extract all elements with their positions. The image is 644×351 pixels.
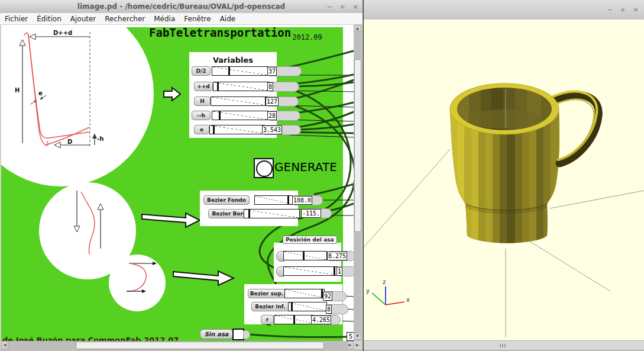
slider-knob[interactable]: [291, 302, 293, 311]
bezier-fondo-button[interactable]: Bezier Fondo: [203, 195, 250, 205]
slider-knob[interactable]: [287, 196, 289, 204]
pd-titlebar[interactable]: limage.pd - /home/cedric/Bureau/OVAL/pd-…: [0, 0, 363, 14]
credit-comment: de José Buzón para CommonFab 2012.07: [2, 336, 179, 341]
bezier-panel: Bezier Fondo Bezier Borde: [200, 191, 298, 226]
number-value: 108.0: [292, 196, 312, 205]
var-slider-h[interactable]: [211, 96, 268, 106]
scad-bottom-scrollbar[interactable]: [364, 340, 644, 350]
asa-slider1[interactable]: [283, 251, 327, 260]
number-value: 127: [266, 97, 279, 106]
patch-version: 2012.09: [292, 33, 322, 41]
ccurve-diagram-circle: [109, 255, 166, 311]
scroll-left-icon[interactable]: ◀: [1, 341, 8, 349]
number-value: 3.543: [262, 125, 282, 134]
scrollbar-corner-icon[interactable]: ▶: [354, 341, 361, 349]
pd-horizontal-scrollbar[interactable]: ◀ ▶: [1, 341, 354, 349]
maximize-icon[interactable]: +: [339, 3, 346, 11]
slider-knob[interactable]: [293, 315, 295, 324]
bezier-sup-slider[interactable]: [284, 289, 325, 298]
asa-panel: [274, 243, 341, 282]
slider-knob[interactable]: [219, 111, 221, 120]
number-value: 92: [323, 292, 332, 301]
pd-vertical-scrollbar[interactable]: ▲ ▼: [354, 25, 361, 341]
bezier-inf-slider[interactable]: [288, 302, 327, 311]
var-slider-dd[interactable]: [213, 82, 270, 91]
patch-heading-text: FabTeletransportation: [149, 26, 291, 39]
pd-window-controls: − + ×: [326, 0, 359, 13]
number-value: 28: [267, 111, 277, 120]
var-slider-e[interactable]: [209, 125, 267, 134]
slider-knob[interactable]: [228, 67, 230, 75]
scroll-down-icon[interactable]: ▼: [354, 333, 361, 340]
bezier-borde-slider[interactable]: [244, 209, 300, 218]
dim-label-d: D: [67, 139, 72, 145]
menu-aide[interactable]: Aide: [220, 15, 236, 23]
z-axis-label: z: [383, 279, 386, 285]
close-icon[interactable]: ×: [352, 3, 359, 11]
asa-panel-title: Posición del asa: [283, 236, 337, 244]
pd-menubar: Fichier Édition Ajouter Rechercher Média…: [0, 13, 363, 25]
number-value: 8: [326, 305, 332, 314]
menu-rechercher[interactable]: Rechercher: [105, 15, 145, 23]
menu-media[interactable]: Média: [154, 15, 175, 23]
slider-knob[interactable]: [334, 267, 335, 275]
dim-label-e: e: [38, 90, 43, 96]
y-axis-label: y: [366, 288, 370, 294]
slider-knob[interactable]: [248, 210, 250, 218]
bang-circle-icon: [256, 160, 273, 177]
generate-bang[interactable]: [254, 158, 274, 178]
var-slider-minus-h[interactable]: [212, 111, 268, 120]
patch-heading: FabTeletransportation2012.09: [149, 26, 321, 39]
menu-fenetre[interactable]: Fenêtre: [184, 15, 211, 23]
var-label-h[interactable]: H: [194, 96, 211, 106]
number-value: 8: [267, 82, 273, 91]
pd-vscroll-thumb[interactable]: [354, 59, 361, 232]
var-slider-d2[interactable]: [212, 66, 268, 76]
corner-number-box[interactable]: 5: [347, 332, 354, 341]
desktop: limage.pd - /home/cedric/Bureau/OVAL/pd-…: [0, 0, 644, 351]
scroll-right-icon[interactable]: ▶: [347, 341, 354, 349]
scad-window-controls: − + ×: [606, 3, 639, 16]
close-icon[interactable]: ×: [632, 6, 639, 14]
generate-label: GENERATE: [274, 160, 337, 174]
x-axis-label: x: [406, 297, 410, 303]
number-value: 1: [336, 267, 342, 276]
number-value: 8.275: [327, 252, 347, 260]
pd-hscroll-thumb[interactable]: [76, 342, 324, 349]
bezier-fondo-slider[interactable]: [254, 195, 293, 205]
scad-titlebar[interactable]: − + ×: [364, 0, 644, 20]
var-label-e[interactable]: e: [194, 125, 209, 134]
scroll-up-icon[interactable]: ▲: [354, 25, 361, 32]
slider-knob[interactable]: [213, 125, 215, 134]
r-button[interactable]: r: [261, 315, 274, 324]
bezier-inf-button[interactable]: Bezier inf.: [251, 302, 289, 311]
menu-edition[interactable]: Édition: [37, 15, 62, 23]
mug-3d-render: [364, 20, 644, 340]
variables-panel-title: Variables: [189, 56, 277, 65]
menu-ajouter[interactable]: Ajouter: [70, 15, 96, 23]
var-label-d2[interactable]: D/2: [192, 66, 211, 76]
scad-3d-viewport[interactable]: z y x: [364, 20, 644, 340]
asa-slider2[interactable]: [283, 266, 338, 276]
number-value: -115.: [301, 209, 321, 218]
dim-label-dd: D++d: [53, 30, 72, 36]
var-label-minus-h[interactable]: --h: [192, 111, 211, 120]
sin-asa-toggle[interactable]: [232, 329, 244, 340]
number-value: 37: [267, 67, 277, 76]
slider-knob[interactable]: [303, 252, 305, 260]
minimize-icon[interactable]: −: [326, 3, 333, 11]
maximize-icon[interactable]: +: [619, 6, 626, 14]
pd-window-title: limage.pd - /home/cedric/Bureau/OVAL/pd-…: [0, 0, 363, 13]
bezier-sup-button[interactable]: Bezier sup.: [248, 289, 286, 298]
var-label-dd[interactable]: ++d: [194, 82, 213, 91]
openscad-window: − + ×: [364, 0, 644, 351]
slider-knob[interactable]: [217, 82, 219, 91]
scrollbar-grip-icon: [500, 344, 501, 347]
minimize-icon[interactable]: −: [606, 6, 613, 14]
sin-asa-button[interactable]: Sin asa: [200, 329, 233, 339]
number-value: 4.265: [311, 315, 331, 324]
pd-patch-window: limage.pd - /home/cedric/Bureau/OVAL/pd-…: [0, 0, 363, 351]
pd-canvas[interactable]: D++d H e D -h FabTeletransportation2012.…: [1, 25, 354, 341]
menu-fichier[interactable]: Fichier: [5, 15, 28, 23]
dim-label-minus-h: -h: [97, 136, 103, 142]
